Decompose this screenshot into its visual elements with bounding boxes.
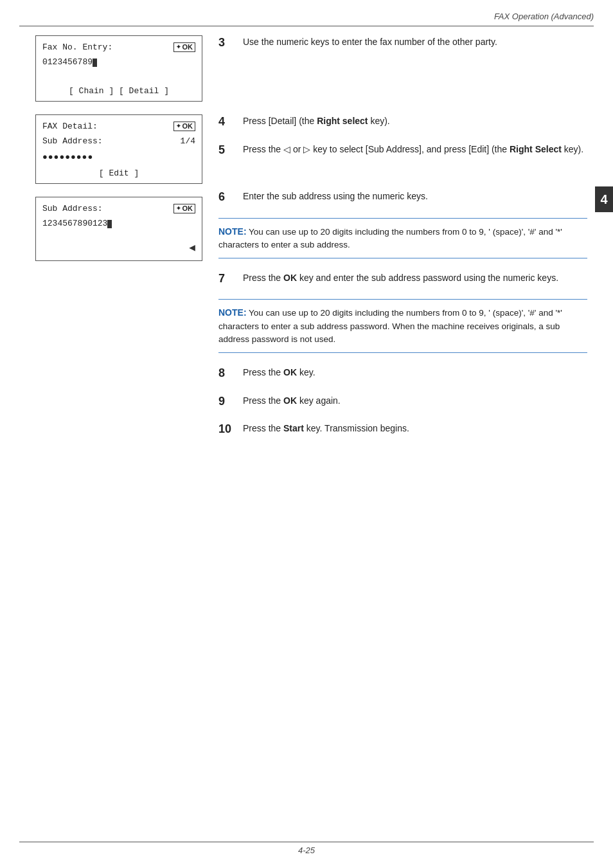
note-2-label: NOTE: — [218, 307, 247, 318]
step-3-text: Use the numeric keys to enter the fax nu… — [243, 35, 587, 49]
ok-badge-1: OK — [173, 42, 196, 52]
cursor-3 — [107, 220, 112, 228]
step-9-row: 9 Press the OK key again. — [218, 394, 587, 409]
step-4-num: 4 — [218, 114, 238, 129]
step-3-row: 3 Use the numeric keys to enter the fax … — [218, 35, 587, 50]
note-2-box: NOTE: You can use up to 20 digits includ… — [218, 299, 587, 353]
step-9-num: 9 — [218, 394, 238, 409]
fax-entry-screen: Fax No. Entry: OK 0123456789 [ Chain ] [… — [35, 35, 202, 102]
step-6-num: 6 — [218, 190, 238, 204]
sub-address-screen: Sub Address: OK 1234567890123 ◀ — [35, 197, 202, 261]
fax-detail-sub: Sub Address: 1/4 — [42, 135, 195, 148]
note-2-content: You can use up to 20 digits including th… — [218, 308, 562, 344]
step-8-row: 8 Press the OK key. — [218, 366, 587, 381]
fax-entry-value: 0123456789 — [42, 56, 195, 69]
ok-badge-3: OK — [173, 204, 196, 213]
fax-detail-screen: FAX Detail: OK Sub Address: 1/4 ●●●●●●●●… — [35, 114, 202, 184]
step-8-num: 8 — [218, 366, 238, 381]
note-1-text: NOTE: You can use up to 20 digits includ… — [218, 225, 587, 252]
right-column: 3 Use the numeric keys to enter the fax … — [218, 35, 587, 449]
arrow-right-icon: ◀ — [189, 241, 195, 254]
step-9-text: Press the OK key again. — [243, 394, 587, 408]
top-border — [19, 26, 594, 26]
step-4-row: 4 Press [Detail] (the Right select key). — [218, 114, 587, 129]
sub-address-value: 1234567890123 — [42, 217, 195, 230]
ok-badge-2: OK — [173, 122, 196, 131]
page-number: 4-25 — [298, 845, 315, 855]
step-5-row: 5 Press the ◁ or ▷ key to select [Sub Ad… — [218, 143, 587, 158]
fax-detail-buttons: [ Edit ] — [42, 168, 195, 178]
note-1-box: NOTE: You can use up to 20 digits includ… — [218, 218, 587, 259]
chapter-number: 4 — [600, 192, 607, 206]
step-7-row: 7 Press the OK key and enter the sub add… — [218, 271, 587, 286]
left-column: Fax No. Entry: OK 0123456789 [ Chain ] [… — [35, 35, 202, 274]
page-number-text: 4-25 — [298, 845, 315, 855]
note-1-label: NOTE: — [218, 226, 247, 237]
step-10-num: 10 — [218, 422, 238, 437]
cursor-1 — [93, 59, 97, 67]
bottom-border — [19, 842, 594, 842]
page-header-text: FAX Operation (Advanced) — [494, 12, 594, 21]
step-5-num: 5 — [218, 143, 238, 158]
step-10-text: Press the Start key. Transmission begins… — [243, 422, 587, 435]
note-1-content: You can use up to 20 digits including th… — [218, 227, 562, 249]
sub-address-label: Sub Address: — [42, 203, 103, 215]
fax-detail-label: FAX Detail: — [42, 120, 98, 133]
step-5-text: Press the ◁ or ▷ key to select [Sub Addr… — [243, 143, 587, 156]
step-6-row: 6 Enter the sub address using the numeri… — [218, 190, 587, 204]
chapter-tab: 4 — [595, 186, 613, 212]
step-6-text: Enter the sub address using the numeric … — [243, 190, 587, 203]
step-7-text: Press the OK key and enter the sub addre… — [243, 271, 587, 285]
page-header: FAX Operation (Advanced) — [494, 12, 594, 21]
step-4-text: Press [Detail] (the Right select key). — [243, 114, 587, 128]
fax-detail-dots: ●●●●●●●●● — [42, 152, 195, 162]
step-10-row: 10 Press the Start key. Transmission beg… — [218, 422, 587, 437]
fax-detail-fraction: 1/4 — [181, 135, 195, 148]
note-2-text: NOTE: You can use up to 20 digits includ… — [218, 306, 587, 346]
step-8-text: Press the OK key. — [243, 366, 587, 379]
fax-entry-label: Fax No. Entry: — [42, 41, 112, 54]
fax-entry-buttons: [ Chain ] [ Detail ] — [42, 86, 195, 96]
step-3-num: 3 — [218, 35, 238, 50]
step-7-num: 7 — [218, 271, 238, 286]
